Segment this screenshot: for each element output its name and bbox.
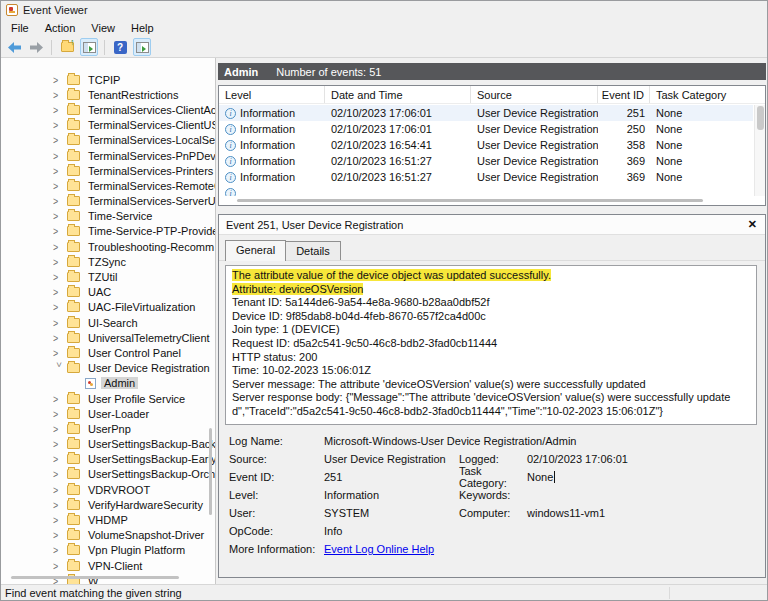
chevron-right-icon[interactable]: > [53, 559, 65, 572]
tree-horizontal-scrollbar[interactable] [9, 576, 201, 580]
tab-details[interactable]: Details [286, 241, 341, 260]
chevron-right-icon[interactable]: > [53, 73, 65, 86]
chevron-right-icon[interactable]: > [53, 483, 65, 496]
tree-item-terminalservices-serverus[interactable]: >TerminalServices-ServerUS [1, 194, 215, 209]
chevron-right-icon[interactable]: > [53, 544, 65, 557]
show-action-pane-button[interactable] [133, 38, 151, 56]
chevron-right-icon[interactable]: > [53, 438, 65, 451]
tree-item-user-loader[interactable]: >User-Loader [1, 406, 215, 421]
tree-item-tzutil[interactable]: >TZUtil [1, 269, 215, 284]
event-description-box[interactable]: The attribute value of the device object… [225, 265, 757, 425]
tree-item-ui-search[interactable]: >UI-Search [1, 315, 215, 330]
chevron-right-icon[interactable]: > [53, 164, 65, 177]
tree-item-vpn-plugin-platform[interactable]: >Vpn Plugin Platform [1, 543, 215, 558]
event-log-online-help-link[interactable]: Event Log Online Help [324, 543, 434, 555]
chevron-right-icon[interactable]: > [53, 316, 65, 329]
menu-help[interactable]: Help [123, 20, 162, 36]
chevron-right-icon[interactable]: > [53, 498, 65, 511]
export-button[interactable] [58, 38, 76, 56]
events-vertical-scrollbar[interactable] [754, 105, 765, 196]
chevron-right-icon[interactable]: > [53, 240, 65, 253]
menu-view[interactable]: View [83, 20, 123, 36]
table-row[interactable]: iInformation02/10/2023 16:51:27User Devi… [219, 153, 753, 169]
tree-item-uac-filevirtualization[interactable]: >UAC-FileVirtualization [1, 300, 215, 315]
chevron-right-icon[interactable]: > [53, 179, 65, 192]
tree-item-tzsync[interactable]: >TZSync [1, 254, 215, 269]
menu-action[interactable]: Action [37, 20, 84, 36]
tree-item-troubleshooting-recomm[interactable]: >Troubleshooting-Recomm [1, 239, 215, 254]
tree-item-user-device-registration[interactable]: >User Device Registration [1, 361, 215, 376]
column-header-event-id[interactable]: Event ID [598, 86, 650, 103]
show-console-tree-button[interactable] [80, 38, 98, 56]
tree-item-terminalservices-localses[interactable]: >TerminalServices-LocalSes [1, 133, 215, 148]
column-header-date-and-time[interactable]: Date and Time [325, 86, 471, 103]
chevron-right-icon[interactable]: > [53, 346, 65, 359]
tree-item-volumesnapshot-driver[interactable]: >VolumeSnapshot-Driver [1, 528, 215, 543]
menu-file[interactable]: File [3, 20, 37, 36]
tree-horizontal-scroll-thumb[interactable] [11, 576, 179, 579]
tree-item-time-service[interactable]: >Time-Service [1, 209, 215, 224]
column-header-task-category[interactable]: Task Category [650, 86, 765, 103]
tree-item-verifyhardwaresecurity[interactable]: >VerifyHardwareSecurity [1, 497, 215, 512]
forward-button[interactable] [27, 38, 45, 56]
close-icon[interactable]: ✕ [748, 219, 757, 230]
table-row[interactable]: i [219, 185, 753, 196]
chevron-right-icon[interactable]: > [53, 88, 65, 101]
tree-item-tcpip[interactable]: >TCPIP [1, 72, 215, 87]
tree-item-terminalservices-clientus[interactable]: >TerminalServices-ClientUS [1, 118, 215, 133]
chevron-right-icon[interactable]: > [53, 331, 65, 344]
event-description-line: Request ID: d5a2c541-9c50-46c8-bdb2-3fad… [232, 337, 750, 351]
chevron-right-icon[interactable]: > [53, 514, 65, 527]
table-row[interactable]: iInformation02/10/2023 17:06:01User Devi… [219, 105, 753, 121]
chevron-right-icon[interactable]: > [53, 195, 65, 208]
tree-vertical-scrollbar[interactable] [206, 58, 213, 572]
table-row[interactable]: iInformation02/10/2023 16:54:41User Devi… [219, 137, 753, 153]
tree-item-universaltelemetryclient[interactable]: >UniversalTelemetryClient [1, 330, 215, 345]
tree-item-terminalservices-printers[interactable]: >TerminalServices-Printers [1, 163, 215, 178]
tree-item-vdrvroot[interactable]: >VDRVROOT [1, 482, 215, 497]
table-row[interactable]: iInformation02/10/2023 17:06:01User Devi… [219, 121, 753, 137]
back-button[interactable] [5, 38, 23, 56]
chevron-right-icon[interactable]: > [53, 271, 65, 284]
chevron-right-icon[interactable]: > [53, 119, 65, 132]
tree-item-admin[interactable]: Admin [1, 376, 215, 391]
chevron-down-icon[interactable]: > [54, 362, 64, 374]
column-header-source[interactable]: Source [471, 86, 598, 103]
chevron-right-icon[interactable]: > [53, 407, 65, 420]
chevron-right-icon[interactable]: > [53, 103, 65, 116]
chevron-right-icon[interactable]: > [53, 468, 65, 481]
chevron-right-icon[interactable]: > [53, 134, 65, 147]
tree-item-usersettingsbackup-backu[interactable]: >UserSettingsBackup-Backu [1, 437, 215, 452]
chevron-right-icon[interactable]: > [53, 453, 65, 466]
chevron-right-icon[interactable]: > [53, 286, 65, 299]
tree-item-user-control-panel[interactable]: >User Control Panel [1, 345, 215, 360]
events-horizontal-scrollbar[interactable] [221, 199, 751, 203]
tree-item-time-service-ptp-provide[interactable]: >Time-Service-PTP-Provide [1, 224, 215, 239]
tree-item-vhdmp[interactable]: >VHDMP [1, 512, 215, 527]
tab-general[interactable]: General [225, 240, 286, 261]
help-button[interactable]: ? [111, 38, 129, 56]
chevron-right-icon[interactable]: > [53, 149, 65, 162]
tree-vertical-scroll-thumb[interactable] [209, 428, 212, 515]
events-vertical-scroll-thumb[interactable] [757, 106, 764, 130]
chevron-right-icon[interactable]: > [53, 255, 65, 268]
tree-item-usersettingsbackup-orche[interactable]: >UserSettingsBackup-Orche [1, 467, 215, 482]
tree-item-tenantrestrictions[interactable]: >TenantRestrictions [1, 87, 215, 102]
chevron-right-icon[interactable]: > [53, 529, 65, 542]
tree-item-terminalservices-remotec[interactable]: >TerminalServices-RemoteC [1, 178, 215, 193]
chevron-right-icon[interactable]: > [53, 301, 65, 314]
chevron-right-icon[interactable]: > [53, 210, 65, 223]
tree-item-uac[interactable]: >UAC [1, 285, 215, 300]
chevron-right-icon[interactable]: > [53, 392, 65, 405]
table-row[interactable]: iInformation02/10/2023 16:51:27User Devi… [219, 169, 753, 185]
tree-item-user-profile-service[interactable]: >User Profile Service [1, 391, 215, 406]
chevron-right-icon[interactable]: > [53, 422, 65, 435]
tree-item-terminalservices-pnpdevi[interactable]: >TerminalServices-PnPDevi [1, 148, 215, 163]
events-horizontal-scroll-thumb[interactable] [237, 199, 703, 202]
tree-item-vpn-client[interactable]: >VPN-Client [1, 558, 215, 573]
chevron-right-icon[interactable]: > [53, 225, 65, 238]
tree-item-terminalservices-clientac[interactable]: >TerminalServices-ClientAc [1, 102, 215, 117]
column-header-level[interactable]: Level [219, 86, 325, 103]
tree-item-userpnp[interactable]: >UserPnp [1, 421, 215, 436]
tree-item-usersettingsbackup-earlyd[interactable]: >UserSettingsBackup-EarlyD [1, 452, 215, 467]
